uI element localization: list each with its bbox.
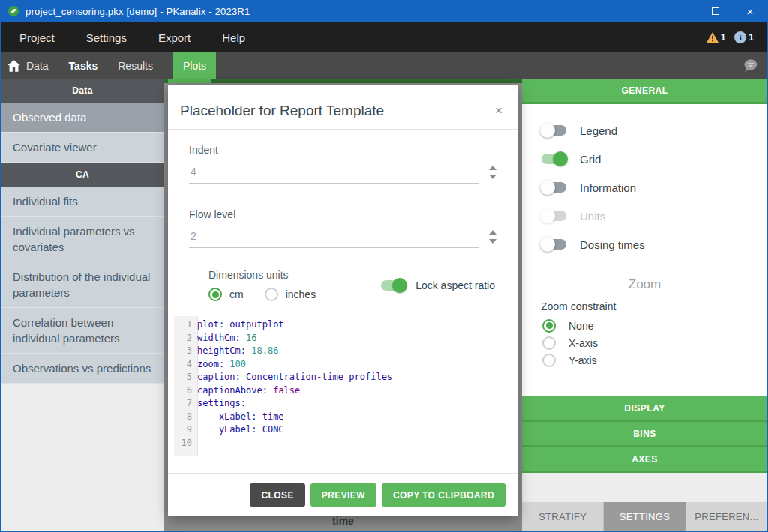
radio-inches-label: inches [286, 288, 316, 300]
radio-none-label: None [568, 320, 593, 332]
warning-badge[interactable]: 1 [706, 32, 726, 43]
information-label: Information [580, 181, 636, 194]
code-token: plot: outputplot [197, 318, 284, 332]
menu-help[interactable]: Help [222, 31, 245, 44]
radio-x-axis[interactable] [542, 336, 556, 350]
dialog-close-icon[interactable]: × [495, 104, 502, 117]
code-line: 4zoom: 100 [174, 358, 513, 372]
sidebar-item-distribution-indiv-params[interactable]: Distribution of the individual parameter… [1, 262, 164, 308]
section-general[interactable]: GENERAL [522, 79, 767, 104]
sidebar-section-data: Data [1, 79, 164, 103]
sidebar-item-correlation-indiv-params[interactable]: Correlation between individual parameter… [1, 308, 164, 354]
feedback-button[interactable] [742, 52, 767, 79]
line-number: 9 [174, 423, 197, 437]
zoom-constraint-x-row: X-axis [522, 334, 767, 351]
flow-level-label: Flow level [189, 208, 496, 220]
toggle-knob [540, 208, 555, 223]
legend-toggle-row: Legend [522, 116, 767, 145]
sidebar-item-indiv-params-vs-covariates[interactable]: Individual parameters vs covariates [1, 217, 164, 262]
code-token: 100 [230, 358, 246, 372]
home-button[interactable] [1, 52, 26, 79]
section-display[interactable]: DISPLAY [522, 396, 767, 422]
close-button[interactable]: CLOSE [250, 483, 304, 507]
sidebar-item-individual-fits[interactable]: Individual fits [1, 187, 164, 217]
grid-label: Grid [580, 153, 601, 166]
sidebar-item-observed-data[interactable]: Observed data [1, 103, 164, 133]
sidebar-item-covariate-viewer[interactable]: Covariate viewer [1, 133, 164, 163]
tab-plots[interactable]: Plots [173, 52, 216, 79]
dosing-times-toggle[interactable] [542, 239, 566, 250]
code-token: heightCm: [197, 345, 251, 358]
line-number: 2 [174, 332, 197, 345]
content-area: Data Observed data Covariate viewer CA I… [1, 79, 767, 531]
plot-x-axis-label: time [164, 515, 522, 527]
indent-stepper[interactable] [489, 166, 496, 184]
menu-project[interactable]: Project [20, 31, 55, 44]
template-code-editor[interactable]: 1plot: outputplot2widthCm: 163heightCm: … [174, 316, 513, 456]
sidebar-item-observations-vs-predictions[interactable]: Observations vs predictions [1, 354, 164, 384]
speech-bubble-icon [742, 58, 758, 73]
dosing-times-toggle-row: Dosing times [522, 230, 767, 259]
code-token: widthCm: [197, 332, 246, 345]
legend-toggle[interactable] [542, 125, 566, 136]
code-line: 9 yLabel: CONC [174, 423, 513, 437]
indent-input[interactable] [189, 166, 478, 184]
dialog-footer: CLOSE PREVIEW COPY TO CLIPBOARD [168, 473, 518, 516]
toggle-knob [553, 151, 568, 166]
tab-results[interactable]: Results [118, 52, 153, 79]
stepper-up-icon[interactable] [489, 166, 496, 170]
menu-settings[interactable]: Settings [86, 31, 127, 44]
code-token: captionAbove: [197, 384, 273, 398]
stepper-down-icon[interactable] [489, 175, 496, 179]
menu-export[interactable]: Export [158, 31, 190, 44]
code-token: yLabel: CONC [197, 423, 284, 437]
section-bins[interactable]: BINS [522, 422, 767, 447]
tab-stratify[interactable]: STRATIFY [522, 502, 603, 531]
report-template-dialog: Placeholder for Report Template × Indent [168, 85, 518, 516]
minimize-button[interactable]: – [664, 0, 698, 22]
code-line: 7settings: [174, 397, 513, 411]
menu-bar: Project Settings Export Help 1 i 1 [1, 22, 767, 52]
code-line: 8 xLabel: time [174, 411, 513, 424]
information-toggle-row: Information [522, 173, 767, 202]
close-window-button[interactable]: × [733, 0, 767, 22]
stepper-down-icon[interactable] [489, 239, 496, 244]
general-toggles: Legend Grid Information Units Dosing tim… [522, 116, 767, 259]
toggle-knob [392, 278, 407, 293]
radio-cm[interactable] [208, 288, 222, 301]
radio-none[interactable] [542, 319, 556, 333]
radio-inches[interactable] [265, 288, 278, 301]
grid-toggle[interactable] [542, 154, 566, 164]
tab-data[interactable]: Data [26, 52, 49, 79]
line-number: 5 [174, 371, 197, 384]
settings-panel: GENERAL Legend Grid Information Units [522, 79, 767, 531]
code-line: 2widthCm: 16 [174, 332, 513, 345]
code-line: 5caption: Concentration-time profiles [174, 371, 513, 384]
info-icon: i [734, 31, 746, 43]
units-label: Units [580, 210, 605, 223]
maximize-icon [712, 7, 719, 15]
zoom-section-title: Zoom [522, 277, 767, 292]
lock-aspect-ratio-toggle[interactable] [381, 280, 406, 291]
tab-settings[interactable]: SETTINGS [604, 502, 685, 531]
flow-level-stepper[interactable] [489, 230, 496, 248]
lock-aspect-ratio-group: Lock aspect ratio [381, 279, 495, 291]
tab-tasks[interactable]: Tasks [69, 52, 98, 79]
stepper-up-icon[interactable] [489, 230, 496, 235]
copy-to-clipboard-button[interactable]: COPY TO CLIPBOARD [382, 483, 506, 507]
sidebar-section-ca: CA [1, 163, 164, 187]
dosing-times-label: Dosing times [580, 238, 645, 251]
section-axes[interactable]: AXES [522, 447, 767, 473]
dimensions-units-row: Dimensions units cm inches Lock aspect r… [208, 269, 495, 301]
radio-y-axis[interactable] [542, 354, 556, 367]
flow-level-input[interactable] [189, 230, 478, 248]
code-token: settings: [197, 397, 246, 411]
tab-preferences[interactable]: PREFEREN... [686, 502, 767, 531]
preview-button[interactable]: PREVIEW [310, 483, 376, 507]
grid-toggle-row: Grid [522, 145, 767, 173]
information-toggle[interactable] [542, 182, 566, 193]
indent-field: Indent [189, 144, 496, 184]
indent-label: Indent [189, 144, 496, 156]
info-badge[interactable]: i 1 [734, 31, 754, 43]
maximize-button[interactable] [698, 0, 733, 22]
